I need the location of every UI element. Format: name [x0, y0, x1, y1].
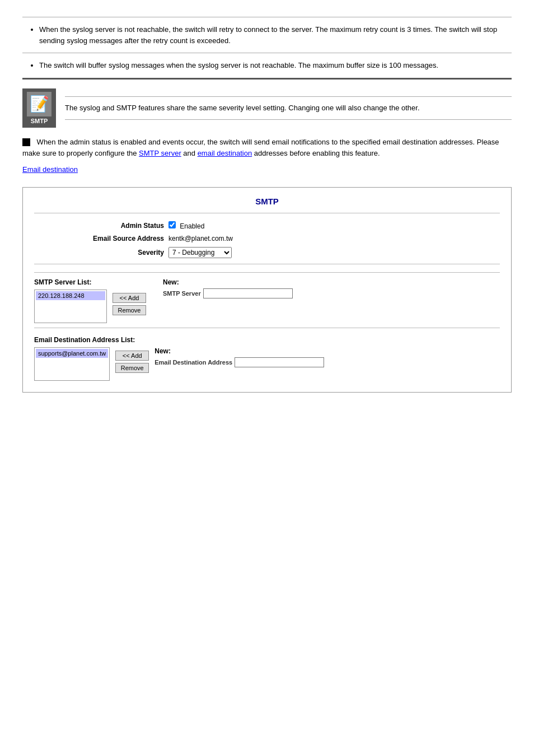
smtp-server-remove-button[interactable]: Remove — [113, 305, 146, 315]
smtp-server-new-label: SMTP Server — [163, 290, 201, 297]
bullet-item-1: When the syslog server is not reachable,… — [39, 24, 512, 46]
smtp-server-divider — [34, 264, 500, 264]
email-dest-add-button[interactable]: << Add — [115, 351, 149, 361]
bullet-item-2: The switch will buffer syslog messages w… — [39, 60, 512, 71]
email-dest-new-title: New: — [154, 347, 324, 355]
top-divider-1 — [22, 17, 512, 17]
email-dest-divider — [34, 328, 500, 328]
severity-row: Severity 0 - Emergency 1 - Alert 2 - Cri… — [68, 247, 500, 258]
smtp-server-new-block: New: SMTP Server — [163, 278, 293, 323]
note-top-divider — [65, 96, 512, 97]
email-dest-section: Email Destination Address List: supports… — [34, 336, 500, 381]
smtp-server-listbox[interactable]: 220.128.188.248 — [34, 290, 107, 323]
admin-status-value: Enabled — [168, 221, 204, 230]
square-section-text: When the admin status is enabled and eve… — [22, 137, 512, 160]
admin-status-row: Admin Status Enabled — [68, 221, 500, 230]
email-source-value: kentk@planet.com.tw — [168, 235, 233, 242]
email-destination-link[interactable]: email destination — [198, 149, 252, 157]
severity-label: Severity — [68, 249, 168, 256]
email-dest-item[interactable]: supports@planet.com.tw — [36, 349, 108, 358]
smtp-server-buttons: << Add Remove — [113, 290, 146, 315]
smtp-server-new-title: New: — [163, 278, 293, 286]
additional-link[interactable]: Email destination — [22, 165, 78, 174]
bullet-list-2: The switch will buffer syslog messages w… — [39, 60, 512, 71]
severity-value: 0 - Emergency 1 - Alert 2 - Critical 3 -… — [168, 247, 232, 258]
note-text: The syslog and SMTP features share the s… — [65, 102, 512, 114]
email-dest-new-row: Email Destination Address — [154, 357, 324, 367]
email-dest-list-block: Email Destination Address List: supports… — [34, 336, 500, 381]
email-dest-remove-button[interactable]: Remove — [115, 363, 149, 373]
note-section: 📝 SMTP The syslog and SMTP features shar… — [22, 88, 512, 128]
smtp-server-list-inner: 220.128.188.248 << Add Remove — [34, 290, 146, 323]
additional-link-line: Email destination — [22, 164, 512, 176]
smtp-server-new-row: SMTP Server — [163, 288, 293, 298]
email-dest-new-block: New: Email Destination Address — [154, 347, 324, 367]
black-square-icon — [22, 138, 30, 146]
email-source-row: Email Source Address kentk@planet.com.tw — [68, 235, 500, 242]
email-dest-list-inner: supports@planet.com.tw << Add Remove New… — [34, 347, 500, 381]
email-dest-new-label: Email Destination Address — [154, 359, 232, 366]
smtp-fields: Admin Status Enabled Email Source Addres… — [68, 221, 500, 258]
email-source-label: Email Source Address — [68, 235, 168, 242]
email-dest-list-title: Email Destination Address List: — [34, 336, 500, 344]
bullet-list-1: When the syslog server is not reachable,… — [39, 24, 512, 46]
severity-select[interactable]: 0 - Emergency 1 - Alert 2 - Critical 3 -… — [168, 247, 232, 258]
admin-status-text: Enabled — [180, 222, 204, 230]
admin-status-checkbox[interactable] — [168, 221, 176, 228]
note-icon-block: 📝 SMTP — [22, 88, 56, 128]
smtp-server-section: SMTP Server List: 220.128.188.248 << Add… — [34, 272, 500, 323]
smtp-title: SMTP — [34, 197, 500, 206]
smtp-server-add-button[interactable]: << Add — [113, 293, 146, 303]
admin-status-label: Admin Status — [68, 222, 168, 230]
thick-divider — [22, 78, 512, 80]
email-dest-listbox[interactable]: supports@planet.com.tw — [34, 347, 110, 381]
smtp-server-link[interactable]: SMTP server — [139, 149, 181, 157]
smtp-server-list-title: SMTP Server List: — [34, 278, 146, 286]
email-dest-new-input[interactable] — [235, 357, 324, 367]
email-dest-buttons: << Add Remove — [115, 347, 149, 373]
top-divider-2 — [22, 53, 512, 53]
smtp-server-list-block: SMTP Server List: 220.128.188.248 << Add… — [34, 278, 146, 323]
smtp-server-item[interactable]: 220.128.188.248 — [36, 291, 105, 300]
smtp-container: SMTP Admin Status Enabled Email Source A… — [22, 187, 512, 393]
note-label: SMTP — [31, 118, 48, 124]
note-bottom-divider — [65, 119, 512, 120]
smtp-server-new-input[interactable] — [203, 288, 293, 298]
note-icon-image: 📝 — [27, 92, 51, 116]
smtp-title-divider — [34, 213, 500, 213]
square-section: When the admin status is enabled and eve… — [22, 137, 512, 160]
